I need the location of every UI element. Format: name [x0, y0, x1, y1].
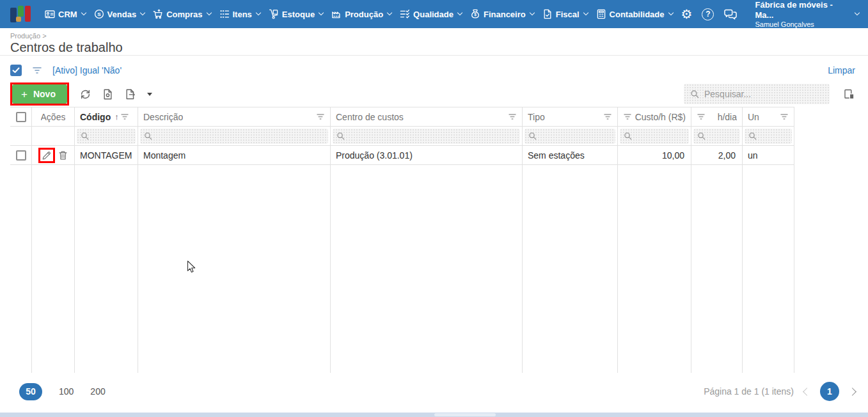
grid-header-row: Ações Código ↑ Descrição Centro de custo… [10, 107, 794, 127]
menu-compras[interactable]: Compras [153, 9, 210, 19]
menu-label: Fiscal [556, 10, 580, 19]
filter-input-codigo[interactable] [77, 129, 136, 144]
menu-producao[interactable]: Produção [331, 9, 391, 19]
current-page-button[interactable]: 1 [820, 382, 839, 401]
search-input[interactable] [704, 89, 823, 99]
menu-contabilidade[interactable]: Contabilidade [596, 9, 673, 19]
export-data-icon[interactable] [102, 89, 113, 100]
select-all-checkbox[interactable] [16, 112, 26, 122]
chevron-down-icon [668, 10, 673, 15]
page-info: Página 1 de 1 (1 itens) [704, 386, 794, 397]
page-size-50[interactable]: 50 [19, 383, 42, 400]
cell-h-dia: 2,00 [691, 146, 743, 164]
grid-pager: 50 100 200 Página 1 de 1 (1 itens) 1 [10, 382, 855, 401]
company-name: Fábrica de móveis - Ma... [755, 0, 846, 20]
chevron-down-icon [319, 10, 324, 15]
filter-input-custo-h[interactable] [620, 129, 689, 144]
help-icon[interactable]: ? [702, 8, 714, 20]
account-chevron-icon [855, 10, 860, 15]
refresh-icon[interactable] [80, 89, 91, 100]
filter-enabled-checkbox[interactable] [10, 65, 22, 76]
menu-crm[interactable]: CRM [45, 9, 86, 19]
filter-input-descricao[interactable] [140, 129, 328, 144]
grid-toolbar: + Novo [10, 83, 855, 106]
cell-custo-h: 10,00 [618, 146, 691, 164]
delete-icon[interactable] [58, 150, 68, 161]
gear-icon[interactable]: ⚙ [681, 8, 693, 20]
header-filter-icon[interactable] [780, 113, 789, 120]
estoque-icon [269, 9, 279, 19]
header-filter-icon[interactable] [603, 113, 612, 120]
vendas-icon: S [94, 9, 104, 19]
menu-label: Estoque [282, 10, 315, 19]
page-size-200[interactable]: 200 [90, 386, 105, 397]
table-row[interactable]: MONTAGEM Montagem Produção (3.01.01) Sem… [10, 146, 794, 165]
itens-icon [219, 9, 230, 19]
cell-centro-de-custos: Produção (3.01.01) [331, 146, 523, 164]
new-button[interactable]: + Novo [12, 84, 67, 104]
chat-icon[interactable] [723, 9, 738, 20]
prev-page-icon[interactable] [803, 388, 811, 396]
column-header-h-dia[interactable]: h/dia [691, 107, 743, 126]
breadcrumb[interactable]: Produção > [10, 32, 858, 40]
export-file-icon[interactable] [125, 89, 136, 100]
column-header-tipo[interactable]: Tipo [523, 107, 618, 126]
cell-codigo: MONTAGEM [75, 146, 138, 164]
export-options-caret-icon[interactable] [147, 93, 152, 96]
search-icon [690, 90, 699, 98]
account-menu[interactable]: Fábrica de móveis - Ma... Samuel Gonçalv… [755, 0, 859, 29]
menu-estoque[interactable]: Estoque [269, 9, 323, 19]
search-icon [624, 132, 632, 140]
column-header-custo-h[interactable]: Custo/h (R$) [618, 107, 691, 126]
cell-un: un [743, 146, 794, 164]
column-header-un[interactable]: Un [743, 107, 794, 126]
menu-qualidade[interactable]: Qualidade [400, 9, 462, 19]
row-select-checkbox[interactable] [16, 150, 26, 161]
cell-descricao: Montagem [138, 146, 331, 164]
menu-fiscal[interactable]: Fiscal [542, 9, 588, 19]
producao-icon [331, 9, 342, 19]
next-page-icon[interactable] [848, 388, 856, 396]
clear-filter-link[interactable]: Limpar [828, 65, 855, 75]
filter-input-tipo[interactable] [525, 129, 615, 144]
work-centers-grid: Ações Código ↑ Descrição Centro de custo… [10, 107, 794, 373]
search-icon [528, 132, 537, 140]
menu-vendas[interactable]: S Vendas [94, 9, 145, 19]
menu-label: Contabilidade [610, 10, 665, 19]
contabilidade-icon [596, 9, 606, 19]
horizontal-scrollbar[interactable] [0, 413, 868, 417]
chevron-down-icon [81, 10, 86, 15]
edit-icon[interactable] [42, 150, 52, 161]
grid-search-box[interactable] [684, 84, 830, 104]
user-name: Samuel Gonçalves [755, 20, 846, 29]
chevron-down-icon [583, 10, 588, 15]
menu-label: Qualidade [413, 10, 454, 19]
search-icon [336, 132, 345, 140]
menu-label: Vendas [107, 10, 137, 19]
column-chooser-icon[interactable] [844, 89, 855, 100]
header-filter-icon[interactable] [623, 113, 632, 120]
qualidade-icon [400, 9, 410, 19]
filter-builder-icon[interactable] [31, 66, 43, 75]
active-filter-condition[interactable]: [Ativo] Igual 'Não' [52, 65, 122, 75]
header-filter-icon[interactable] [508, 113, 517, 120]
header-filter-icon[interactable] [120, 113, 129, 120]
scrollbar-thumb[interactable] [434, 413, 496, 416]
menu-label: CRM [58, 10, 77, 19]
column-header-codigo[interactable]: Código ↑ [75, 107, 138, 126]
search-icon [144, 132, 152, 140]
column-header-centro-de-custos[interactable]: Centro de custos [331, 107, 523, 126]
app-logo[interactable] [10, 6, 32, 23]
filter-input-h-dia[interactable] [693, 129, 740, 144]
header-filter-icon[interactable] [697, 113, 706, 120]
plus-icon: + [21, 89, 28, 100]
grid-empty-area [10, 165, 794, 373]
menu-financeiro[interactable]: $ Financeiro [470, 9, 534, 19]
filter-input-centro-de-custos[interactable] [333, 129, 520, 144]
menu-itens[interactable]: Itens [219, 9, 260, 19]
page-header: Produção > Centros de trabalho [0, 28, 868, 56]
filter-input-un[interactable] [745, 129, 792, 144]
column-header-descricao[interactable]: Descrição [138, 107, 331, 126]
page-size-100[interactable]: 100 [59, 386, 74, 397]
header-filter-icon[interactable] [316, 113, 325, 120]
